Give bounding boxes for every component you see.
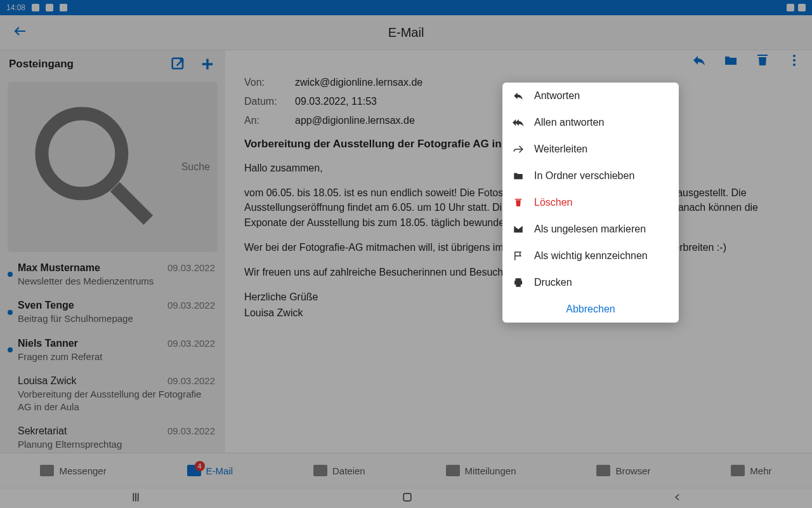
menu-item-label: Als ungelesen markieren <box>534 224 646 235</box>
menu-item-label: In Ordner verschieben <box>534 170 634 182</box>
menu-item-folder[interactable]: In Ordner verschieben <box>502 163 679 189</box>
reply-all-icon <box>513 117 524 128</box>
menu-item-flag[interactable]: Als wichtig kennzeichnen <box>502 243 679 269</box>
context-menu: AntwortenAllen antwortenWeiterleitenIn O… <box>502 83 679 323</box>
reply-icon <box>513 90 524 102</box>
menu-item-print[interactable]: Drucken <box>502 269 679 296</box>
menu-item-reply[interactable]: Antworten <box>502 83 679 109</box>
forward-icon <box>513 144 524 155</box>
folder-icon <box>513 170 524 182</box>
menu-item-forward[interactable]: Weiterleiten <box>502 136 679 163</box>
menu-item-mail[interactable]: Als ungelesen markieren <box>502 216 679 243</box>
menu-item-reply-all[interactable]: Allen antworten <box>502 109 679 136</box>
menu-cancel[interactable]: Abbrechen <box>502 296 679 323</box>
menu-item-label: Weiterleiten <box>534 144 587 155</box>
mail-icon <box>513 224 524 235</box>
delete-icon <box>513 197 524 208</box>
menu-cancel-label: Abbrechen <box>566 304 615 315</box>
print-icon <box>513 277 524 288</box>
modal-overlay[interactable] <box>0 0 812 508</box>
menu-item-label: Allen antworten <box>534 117 604 128</box>
menu-item-label: Als wichtig kennzeichnen <box>534 250 648 262</box>
menu-item-label: Drucken <box>534 277 572 288</box>
menu-item-label: Löschen <box>534 197 573 208</box>
flag-icon <box>513 250 524 262</box>
menu-item-label: Antworten <box>534 90 580 102</box>
menu-item-delete[interactable]: Löschen <box>502 189 679 216</box>
